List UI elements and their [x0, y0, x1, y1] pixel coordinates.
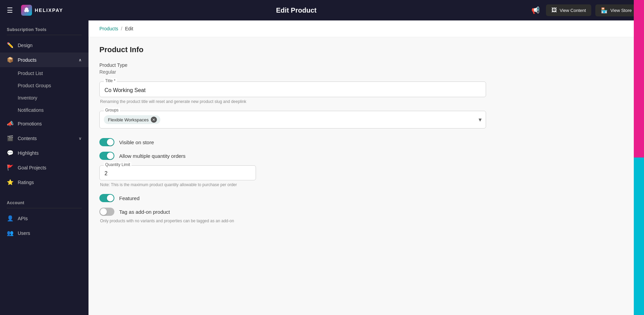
product-type-label: Product Type: [99, 62, 486, 68]
form-section-title: Product Info: [99, 45, 486, 54]
header-actions: 📢 🖼 View Content 🏪 View Store: [529, 4, 637, 16]
view-store-icon: 🏪: [601, 7, 608, 14]
hamburger-icon[interactable]: ☰: [7, 6, 13, 14]
product-type-field: Product Type Regular: [99, 62, 486, 75]
visible-on-store-knob: [107, 139, 114, 146]
design-icon: ✏️: [7, 42, 14, 48]
product-type-value: Regular: [99, 69, 486, 75]
visible-on-store-label: Visible on store: [119, 139, 154, 145]
products-icon: 📦: [7, 57, 14, 63]
subscription-tools-label: Subscription Tools: [0, 20, 88, 35]
groups-floating-label: Groups: [104, 108, 120, 112]
contents-icon: 🎬: [7, 135, 14, 141]
groups-input-wrapper[interactable]: Groups Flexible Workspaces ✕ ▾: [99, 111, 486, 129]
logo-icon: [21, 5, 32, 16]
edit-product-form: Product Info Product Type Regular Title …: [88, 37, 497, 237]
sidebar-item-product-groups[interactable]: Product Groups: [0, 79, 88, 92]
content-area: Products / Edit Product Info Product Typ…: [88, 20, 644, 315]
sidebar-item-design-label: Design: [18, 43, 33, 48]
page-title: Edit Product: [69, 6, 524, 14]
sidebar-item-ratings-label: Ratings: [18, 180, 34, 185]
view-content-button[interactable]: 🖼 View Content: [546, 4, 591, 16]
breadcrumb-products-link[interactable]: Products: [99, 26, 118, 31]
add-on-row: Tag as add-on product: [99, 208, 486, 216]
allow-multiple-knob: [107, 152, 114, 159]
allow-multiple-toggle[interactable]: [99, 152, 114, 160]
promotions-icon: 📣: [7, 120, 14, 127]
add-on-hint: Only products with no variants and prope…: [100, 219, 486, 223]
sidebar-item-ratings[interactable]: ⭐ Ratings: [0, 175, 88, 190]
top-header: ☰ HELIXPAY Edit Product 📢 🖼 View Content…: [0, 0, 644, 20]
apis-icon: 👤: [7, 215, 14, 222]
logo: HELIXPAY: [21, 5, 63, 16]
breadcrumb-separator: /: [121, 26, 122, 31]
title-input-wrapper: Title *: [99, 81, 486, 97]
sidebar-item-users[interactable]: 👥 Users: [0, 226, 88, 240]
logo-text: HELIXPAY: [35, 7, 63, 13]
quantity-floating-label: Quantity Limit: [104, 162, 131, 167]
sidebar-item-contents[interactable]: 🎬 Contents ∨: [0, 131, 88, 146]
groups-field-group: Groups Flexible Workspaces ✕ ▾: [99, 111, 486, 129]
account-label: Account: [0, 194, 88, 208]
sidebar-item-inventory[interactable]: Inventory: [0, 92, 88, 104]
featured-label: Featured: [119, 195, 140, 201]
sidebar-item-notifications[interactable]: Notifications: [0, 104, 88, 116]
featured-knob: [107, 195, 114, 201]
sidebar-item-apis-label: APIs: [18, 216, 28, 221]
allow-multiple-label: Allow multiple quantity orders: [119, 153, 186, 159]
main-layout: Subscription Tools ✏️ Design 📦 Products …: [0, 20, 644, 315]
quantity-hint: Note: This is the maximum product quanti…: [100, 182, 486, 187]
sidebar-item-products-label: Products: [18, 57, 36, 63]
sidebar-item-apis[interactable]: 👤 APIs: [0, 211, 88, 226]
add-on-knob: [100, 208, 107, 215]
breadcrumb-current: Edit: [125, 26, 133, 31]
sidebar-divider: [7, 35, 82, 35]
groups-tag-remove[interactable]: ✕: [151, 117, 157, 123]
groups-tag-label: Flexible Workspaces: [108, 117, 149, 122]
chevron-down-icon: ∨: [79, 136, 82, 141]
title-floating-label: Title *: [104, 78, 117, 83]
featured-toggle[interactable]: [99, 194, 114, 202]
notify-icon: 📢: [531, 6, 540, 14]
sidebar-item-product-list[interactable]: Product List: [0, 67, 88, 79]
breadcrumb: Products / Edit: [88, 20, 644, 37]
sidebar-item-highlights-label: Highlights: [18, 150, 38, 156]
title-input[interactable]: [100, 82, 486, 97]
sidebar-item-promotions[interactable]: 📣 Promotions: [0, 116, 88, 131]
sidebar-item-highlights[interactable]: 💬 Highlights: [0, 146, 88, 160]
allow-multiple-row: Allow multiple quantity orders: [99, 152, 486, 160]
groups-dropdown-arrow-icon[interactable]: ▾: [479, 116, 482, 123]
sidebar-item-users-label: Users: [18, 230, 30, 236]
sidebar-item-products[interactable]: 📦 Products ∧: [0, 52, 88, 67]
notify-button[interactable]: 📢: [529, 4, 542, 16]
title-hint: Renaming the product title will reset an…: [100, 99, 486, 104]
goal-projects-icon: 🚩: [7, 164, 14, 171]
sidebar-item-design[interactable]: ✏️ Design: [0, 38, 88, 52]
sidebar-item-goal-projects-label: Goal Projects: [18, 165, 46, 170]
featured-row: Featured: [99, 194, 486, 202]
quantity-limit-field-group: Quantity Limit Note: This is the maximum…: [99, 165, 486, 187]
sidebar: Subscription Tools ✏️ Design 📦 Products …: [0, 20, 88, 315]
add-on-label: Tag as add-on product: [119, 209, 170, 215]
view-store-button[interactable]: 🏪 View Store: [595, 4, 637, 16]
quantity-limit-wrapper: Quantity Limit: [99, 165, 256, 180]
sidebar-item-promotions-label: Promotions: [18, 121, 42, 126]
visible-on-store-row: Visible on store: [99, 138, 486, 146]
quantity-limit-input[interactable]: [100, 166, 256, 180]
highlights-icon: 💬: [7, 150, 14, 156]
visible-on-store-toggle[interactable]: [99, 138, 114, 146]
chevron-up-icon: ∧: [79, 58, 82, 62]
add-on-toggle[interactable]: [99, 208, 114, 216]
account-divider: [7, 208, 82, 208]
sidebar-item-goal-projects[interactable]: 🚩 Goal Projects: [0, 160, 88, 175]
view-content-icon: 🖼: [551, 7, 557, 13]
ratings-icon: ⭐: [7, 179, 14, 185]
sidebar-item-contents-label: Contents: [18, 136, 37, 141]
groups-tag: Flexible Workspaces ✕: [104, 115, 160, 124]
users-icon: 👥: [7, 230, 14, 236]
title-field-group: Title * Renaming the product title will …: [99, 81, 486, 104]
